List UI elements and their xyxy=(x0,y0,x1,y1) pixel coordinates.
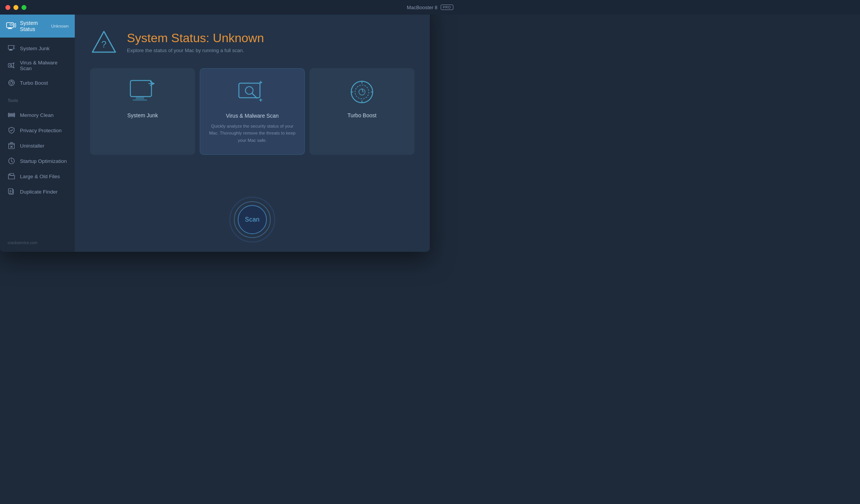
main-inner: ? System Status: Unknown Explore the sta… xyxy=(75,15,430,252)
svg-line-13 xyxy=(12,66,12,67)
close-button[interactable] xyxy=(5,5,10,10)
svg-rect-1 xyxy=(8,28,12,28)
svg-rect-43 xyxy=(8,189,13,194)
svg-rect-28 xyxy=(11,114,12,116)
svg-rect-37 xyxy=(10,143,13,144)
virus-malware-card-icon xyxy=(237,80,268,105)
turbo-boost-icon xyxy=(8,79,15,87)
virus-malware-card-title: Virus & Malware Scan xyxy=(226,113,278,119)
status-text-group: System Status: Unknown Explore the statu… xyxy=(127,31,264,53)
uninstaller-icon xyxy=(8,142,15,149)
startup-optimization-icon xyxy=(8,157,15,165)
svg-rect-50 xyxy=(133,99,147,101)
status-subtitle: Explore the status of your Mac by runnin… xyxy=(127,48,264,53)
svg-rect-49 xyxy=(136,97,144,99)
sidebar-item-system-junk[interactable]: System Junk xyxy=(0,41,75,56)
app-title: MacBooster 8 PRO xyxy=(407,5,430,10)
svg-rect-2 xyxy=(8,28,12,29)
virus-malware-card[interactable]: Virus & Malware Scan Quickly analyze the… xyxy=(200,68,305,155)
system-status-icon xyxy=(6,22,16,30)
sidebar-header-title: System Status xyxy=(20,20,51,32)
system-junk-card-icon xyxy=(127,80,158,105)
feature-cards-grid: System Junk Virus & Malware Scan xyxy=(90,68,414,155)
sidebar-item-label: Turbo Boost xyxy=(20,80,48,86)
privacy-protection-icon xyxy=(8,126,15,134)
system-junk-card-title: System Junk xyxy=(127,112,158,118)
system-junk-icon xyxy=(8,44,15,52)
svg-rect-54 xyxy=(239,83,260,98)
scan-button-container: Scan xyxy=(229,197,275,243)
sidebar-tools-items: Memory Clean Privacy Protection xyxy=(0,104,75,202)
svg-rect-35 xyxy=(9,143,15,149)
svg-text:?: ? xyxy=(101,39,106,49)
svg-rect-6 xyxy=(10,49,12,50)
scan-area: Scan xyxy=(90,197,414,243)
svg-point-62 xyxy=(355,85,369,99)
svg-rect-3 xyxy=(15,23,16,27)
sidebar-item-label: Memory Clean xyxy=(20,112,54,118)
svg-rect-5 xyxy=(8,46,14,49)
virus-malware-icon xyxy=(8,62,15,69)
sidebar-item-label: Large & Old Files xyxy=(20,174,60,179)
scan-button[interactable]: Scan xyxy=(238,205,267,234)
turbo-boost-card[interactable]: Turbo Boost xyxy=(309,68,414,155)
svg-rect-30 xyxy=(13,114,14,116)
titlebar: MacBooster 8 PRO xyxy=(0,0,430,15)
footer-text: crackservice.com xyxy=(8,241,37,245)
sidebar-item-system-status[interactable]: System Status Unknown xyxy=(0,15,75,38)
svg-rect-4 xyxy=(10,24,12,25)
sidebar-item-memory-clean[interactable]: Memory Clean xyxy=(0,107,75,123)
svg-rect-48 xyxy=(130,80,151,97)
sidebar-header-status: Unknown xyxy=(51,24,69,28)
svg-point-61 xyxy=(351,81,373,103)
duplicate-finder-icon xyxy=(8,188,15,195)
sidebar-item-label: Uninstaller xyxy=(20,143,44,149)
tools-section-label: Tools xyxy=(0,94,75,104)
svg-rect-11 xyxy=(8,64,14,67)
sidebar-item-virus-malware[interactable]: Virus & Malware Scan xyxy=(0,56,75,75)
svg-rect-7 xyxy=(9,50,13,51)
svg-rect-29 xyxy=(12,114,13,116)
sidebar: System Status Unknown System Junk xyxy=(0,0,75,252)
status-header: ? System Status: Unknown Explore the sta… xyxy=(90,28,414,56)
turbo-boost-card-title: Turbo Boost xyxy=(347,112,377,118)
sidebar-item-label: Virus & Malware Scan xyxy=(20,60,67,71)
sidebar-item-label: Privacy Protection xyxy=(20,128,62,133)
status-warning-icon: ? xyxy=(90,28,118,56)
sidebar-item-startup-optimization[interactable]: Startup Optimization xyxy=(0,153,75,169)
memory-clean-icon xyxy=(8,111,15,119)
svg-line-10 xyxy=(14,48,15,49)
sidebar-item-duplicate-finder[interactable]: Duplicate Finder xyxy=(0,184,75,199)
sidebar-item-label: Duplicate Finder xyxy=(20,189,58,195)
virus-malware-card-desc: Quickly analyze the security status of y… xyxy=(208,123,297,144)
turbo-boost-card-icon xyxy=(349,80,375,105)
svg-point-19 xyxy=(10,81,13,84)
sidebar-item-label: System Junk xyxy=(20,46,49,51)
sidebar-item-uninstaller[interactable]: Uninstaller xyxy=(0,138,75,153)
large-old-files-icon xyxy=(8,172,15,180)
system-junk-card[interactable]: System Junk xyxy=(90,68,195,155)
minimize-button[interactable] xyxy=(13,5,18,10)
svg-line-8 xyxy=(14,46,15,46)
sidebar-item-label: Startup Optimization xyxy=(20,158,67,164)
sidebar-item-privacy-protection[interactable]: Privacy Protection xyxy=(0,123,75,138)
status-title: System Status: Unknown xyxy=(127,31,264,45)
sidebar-item-large-old-files[interactable]: Large & Old Files xyxy=(0,169,75,184)
svg-rect-27 xyxy=(10,114,11,116)
maximize-button[interactable] xyxy=(21,5,26,10)
sidebar-footer: crackservice.com xyxy=(0,236,75,252)
status-value: Unknown xyxy=(213,31,264,45)
main-content-area: ? System Status: Unknown Explore the sta… xyxy=(75,0,430,252)
svg-rect-26 xyxy=(9,114,10,116)
traffic-lights xyxy=(5,5,26,10)
sidebar-item-turbo-boost[interactable]: Turbo Boost xyxy=(0,75,75,90)
sidebar-nav-items: System Junk Virus & Malware Scan xyxy=(0,38,75,94)
